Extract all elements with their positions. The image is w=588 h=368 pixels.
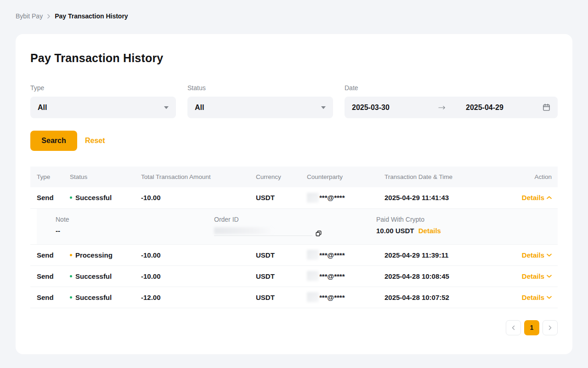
- cell-datetime: 2025-04-28 10:08:45: [384, 265, 518, 287]
- cell-action: Details: [518, 244, 558, 265]
- pagination-next-button[interactable]: [543, 320, 558, 335]
- pagination: 1: [30, 320, 558, 335]
- date-start-value[interactable]: 2025-03-30: [352, 104, 438, 112]
- table-row: Send Successful -10.00 USDT ***@**** 202…: [30, 187, 558, 208]
- col-header-action: Action: [518, 167, 558, 187]
- status-select-value: All: [195, 104, 321, 112]
- cell-type: Send: [30, 265, 70, 287]
- cell-currency: USDT: [256, 244, 307, 265]
- filters-bar: Type All Status All Date 2025-03-30 2025…: [30, 84, 558, 118]
- details-toggle-expanded[interactable]: Details: [522, 194, 552, 201]
- counterparty-text: ***@****: [319, 194, 345, 201]
- pagination-page-1-button[interactable]: 1: [524, 320, 539, 335]
- caret-down-icon: [321, 106, 326, 109]
- type-filter: Type All: [30, 84, 176, 118]
- date-filter: Date 2025-03-30 2025-04-29: [345, 84, 558, 118]
- type-select[interactable]: All: [30, 97, 176, 118]
- cell-amount: -10.00: [141, 244, 256, 265]
- note-section: Note --: [56, 216, 214, 244]
- filter-actions: Search Reset: [30, 131, 558, 151]
- cell-status: Successful: [70, 287, 141, 308]
- order-id-label: Order ID: [214, 216, 376, 223]
- cell-currency: USDT: [256, 287, 307, 308]
- cell-counterparty: ***@****: [307, 265, 384, 287]
- cell-amount: -12.00: [141, 287, 256, 308]
- chevron-right-icon: [548, 325, 552, 330]
- redacted-counterparty-prefix: [307, 250, 319, 260]
- reset-button[interactable]: Reset: [85, 137, 105, 145]
- redacted-order-id: [214, 227, 273, 234]
- status-filter-label: Status: [187, 84, 333, 92]
- chevron-right-icon: [47, 14, 51, 19]
- status-text: Successful: [75, 272, 112, 280]
- chevron-up-icon: [547, 196, 552, 199]
- cell-datetime: 2025-04-28 10:07:52: [384, 287, 518, 308]
- cell-action: Details: [518, 265, 558, 287]
- paid-details-link[interactable]: Details: [418, 227, 441, 235]
- date-range-picker[interactable]: 2025-03-30 2025-04-29: [345, 97, 558, 118]
- cell-type: Send: [30, 187, 70, 208]
- status-filter: Status All: [187, 84, 333, 118]
- cell-datetime: 2025-04-29 11:39:11: [384, 244, 518, 265]
- details-toggle[interactable]: Details: [522, 272, 552, 280]
- expanded-detail-row: Note -- Order ID: [30, 208, 558, 244]
- col-header-type: Type: [30, 167, 70, 187]
- cell-counterparty: ***@****: [307, 187, 384, 208]
- status-dot-icon: [70, 296, 72, 299]
- chevron-down-icon: [547, 296, 552, 299]
- status-text: Processing: [75, 251, 113, 259]
- redacted-counterparty-prefix: [307, 271, 319, 281]
- order-id-value: [214, 227, 312, 236]
- cell-currency: USDT: [256, 265, 307, 287]
- search-button[interactable]: Search: [30, 131, 77, 151]
- cell-status: Processing: [70, 244, 141, 265]
- breadcrumb: Bybit Pay Pay Transaction History: [0, 0, 588, 20]
- chevron-down-icon: [547, 253, 552, 257]
- transactions-table: Type Status Total Transaction Amount Cur…: [30, 167, 558, 308]
- caret-down-icon: [164, 106, 169, 109]
- paid-with-crypto-label: Paid With Crypto: [376, 216, 441, 223]
- counterparty-text: ***@****: [319, 251, 345, 259]
- col-header-currency: Currency: [256, 167, 307, 187]
- cell-type: Send: [30, 244, 70, 265]
- cell-status: Successful: [70, 265, 141, 287]
- redacted-counterparty-prefix: [307, 292, 319, 302]
- table-row: Send Successful -12.00 USDT ***@**** 202…: [30, 287, 558, 308]
- cell-amount: -10.00: [141, 187, 256, 208]
- status-dot-icon: [70, 275, 72, 277]
- counterparty-text: ***@****: [319, 293, 345, 301]
- status-dot-icon: [70, 254, 72, 256]
- note-value: --: [56, 227, 214, 235]
- status-select[interactable]: All: [187, 97, 333, 118]
- type-filter-label: Type: [30, 84, 176, 92]
- cell-type: Send: [30, 287, 70, 308]
- details-toggle[interactable]: Details: [522, 293, 552, 301]
- date-end-value[interactable]: 2025-04-29: [466, 104, 503, 112]
- chevron-down-icon: [547, 275, 552, 278]
- cell-counterparty: ***@****: [307, 287, 384, 308]
- type-select-value: All: [38, 104, 164, 112]
- copy-icon[interactable]: [315, 230, 322, 237]
- cell-action: Details: [518, 187, 558, 208]
- col-header-counterparty: Counterparty: [307, 167, 384, 187]
- cell-counterparty: ***@****: [307, 244, 384, 265]
- page-title: Pay Transaction History: [30, 52, 558, 65]
- table-row: Send Processing -10.00 USDT ***@**** 202…: [30, 244, 558, 265]
- status-text: Successful: [75, 194, 112, 201]
- cell-action: Details: [518, 287, 558, 308]
- details-toggle[interactable]: Details: [522, 251, 552, 259]
- counterparty-text: ***@****: [319, 272, 345, 280]
- status-text: Successful: [75, 293, 112, 301]
- breadcrumb-current: Pay Transaction History: [55, 12, 128, 20]
- pay-transaction-history-card: Pay Transaction History Type All Status …: [16, 34, 572, 354]
- col-header-amount: Total Transaction Amount: [141, 167, 256, 187]
- breadcrumb-parent-link[interactable]: Bybit Pay: [16, 12, 43, 20]
- paid-amount: 10.00 USDT: [376, 227, 414, 235]
- cell-currency: USDT: [256, 187, 307, 208]
- pagination-prev-button[interactable]: [506, 320, 521, 335]
- calendar-icon[interactable]: [543, 104, 550, 111]
- cell-datetime: 2025-04-29 11:41:43: [384, 187, 518, 208]
- date-filter-label: Date: [345, 84, 558, 92]
- cell-amount: -10.00: [141, 265, 256, 287]
- chevron-left-icon: [512, 325, 515, 330]
